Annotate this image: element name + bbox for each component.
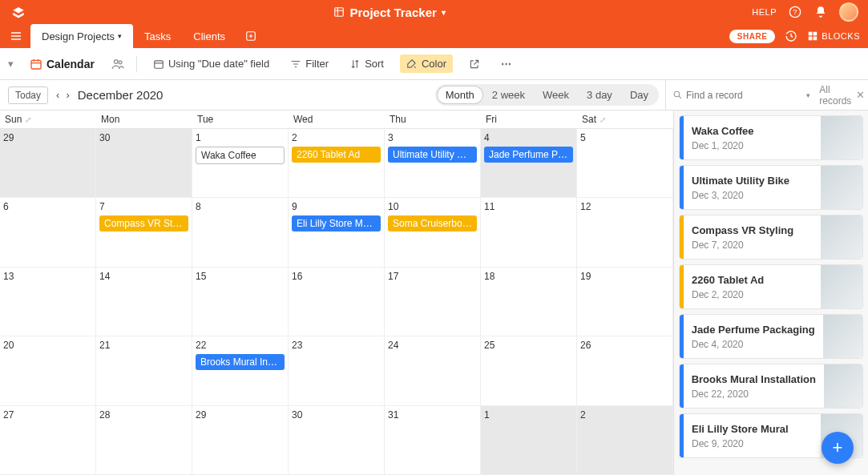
calendar-cell[interactable]: 29 [192,406,289,475]
blocks-button[interactable]: BLOCKS [807,30,860,42]
sort-button[interactable]: Sort [345,54,389,73]
external-link-icon[interactable] [464,55,485,73]
calendar-field-icon [153,58,164,70]
calendar-event[interactable]: Compass VR Styli... [99,215,188,231]
record-card[interactable]: Jade Perfume PackagingDec 4, 2020 [679,314,863,359]
tab-design-projects[interactable]: Design Projects▾ [30,24,133,48]
range-2week[interactable]: 2 week [483,86,534,104]
record-card[interactable]: Brooks Mural InstallationDec 22, 2020 [679,364,863,409]
range-day[interactable]: Day [621,86,657,104]
calendar-cell[interactable]: 30 [96,129,192,198]
calendar-cell[interactable]: 12 [577,198,673,267]
filter-button[interactable]: Filter [285,54,333,73]
calendar-cell[interactable]: 27 [0,406,96,475]
range-month[interactable]: Month [437,86,483,104]
record-card[interactable]: Compass VR StylingDec 7, 2020 [679,215,863,260]
bell-icon[interactable] [813,5,828,19]
more-icon[interactable]: ⋯ [496,54,518,73]
add-record-fab[interactable]: + [822,432,854,464]
calendar-cell[interactable]: 10Soma Cruiserboard [385,198,481,267]
expand-icon[interactable]: ⤢ [600,115,606,124]
calendar-event[interactable]: Soma Cruiserboard [388,215,477,231]
view-switcher[interactable]: Calendar [25,54,99,74]
calendar-cell[interactable]: 26 [577,336,673,405]
calendar-event[interactable]: Ultimate Utility Bike [388,147,477,163]
app-title[interactable]: Project Tracker [349,6,436,19]
color-button[interactable]: Color [400,54,453,73]
calendar-cell[interactable]: 31 [385,406,481,475]
calendar-cell[interactable]: 1 [481,406,577,475]
calendar-cell[interactable]: 3Ultimate Utility Bike [385,129,481,198]
calendar-cell[interactable]: 17 [385,268,481,336]
calendar-cell[interactable]: 23 [289,336,385,405]
record-thumbnail [821,265,862,308]
caret-down-icon[interactable]: ▾ [442,8,446,17]
day-number: 2 [580,409,669,421]
calendar-cell[interactable]: 28 [96,406,192,475]
menu-icon[interactable] [8,30,24,42]
expand-icon[interactable]: ⤢ [25,115,31,124]
history-icon[interactable] [785,30,797,42]
all-records-dropdown[interactable]: ▾ All records [806,84,851,107]
people-icon[interactable] [111,57,125,71]
range-toggle: Month 2 week Week 3 day Day [435,84,659,106]
calendar-cell[interactable]: 25 [481,336,577,405]
calendar-cell[interactable]: 18 [481,268,577,336]
calendar-cell[interactable]: 19 [577,268,673,336]
app-logo[interactable] [10,3,27,21]
record-card[interactable]: 2260 Tablet AdDec 2, 2020 [679,264,863,309]
search-input[interactable] [686,90,806,101]
record-title: Ultimate Utility Bike [692,175,813,187]
calendar-cell[interactable]: 22260 Tablet Ad [289,129,385,198]
calendar-event[interactable]: Eli Lilly Store Mural [292,215,381,231]
calendar-cell[interactable]: 8 [192,198,289,267]
day-number: 16 [292,271,381,282]
calendar-cell[interactable]: 1Waka Coffee [192,129,289,198]
calendar-cell[interactable]: 22Brooks Mural Inst... [192,336,289,405]
record-card[interactable]: Ultimate Utility BikeDec 3, 2020 [679,165,863,210]
calendar-cell[interactable]: 30 [289,406,385,475]
record-date: Dec 22, 2020 [692,388,816,400]
chevron-down-icon[interactable]: ▾ [8,58,14,70]
calendar-cell[interactable]: 16 [289,268,385,336]
share-button[interactable]: SHARE [729,30,776,43]
calendar-cell[interactable]: 7Compass VR Styli... [96,198,192,267]
calendar-cell[interactable]: 4Jade Perfume Pac... [481,129,577,198]
record-date: Dec 7, 2020 [692,240,813,251]
calendar-cell[interactable]: 14 [96,268,192,336]
add-tab-button[interactable] [243,28,259,44]
calendar-cell[interactable]: 13 [0,268,96,336]
range-3day[interactable]: 3 day [578,86,621,104]
tab-clients[interactable]: Clients [182,24,236,48]
calendar-cell[interactable]: 15 [192,268,289,336]
calendar-cell[interactable]: 21 [96,336,192,405]
calendar-event[interactable]: Waka Coffee [196,147,285,164]
avatar[interactable] [839,2,858,22]
calendar-event[interactable]: Jade Perfume Pac... [484,147,573,163]
calendar-cell[interactable]: 9Eli Lilly Store Mural [289,198,385,267]
calendar-cell[interactable]: 29 [0,129,96,198]
close-sidebar-icon[interactable]: ✕ [856,89,865,101]
calendar-cell[interactable]: 24 [385,336,481,405]
calendar-cell[interactable]: 2 [577,406,673,475]
day-number: 14 [99,271,188,282]
using-field-button[interactable]: Using "Due date" field [148,54,274,73]
calendar-event[interactable]: Brooks Mural Inst... [196,354,285,370]
calendar-event[interactable]: 2260 Tablet Ad [292,147,381,163]
calendar-subbar: Today ‹ › December 2020 Month 2 week Wee… [0,80,868,111]
today-button[interactable]: Today [8,87,48,104]
range-week[interactable]: Week [534,86,578,104]
help-link[interactable]: HELP [752,7,777,17]
calendar-cell[interactable]: 5 [577,129,673,198]
record-card[interactable]: Waka CoffeeDec 1, 2020 [679,115,863,160]
calendar-cell[interactable]: 11 [481,198,577,267]
day-number: 30 [292,409,381,421]
calendar-cell[interactable]: 20 [0,336,96,405]
next-button[interactable]: › [66,89,69,101]
prev-button[interactable]: ‹ [56,89,59,101]
tab-tasks[interactable]: Tasks [133,24,182,48]
day-number: 17 [388,271,477,282]
paint-icon [406,58,418,70]
help-icon[interactable]: ? [788,5,802,19]
calendar-cell[interactable]: 6 [0,198,96,267]
